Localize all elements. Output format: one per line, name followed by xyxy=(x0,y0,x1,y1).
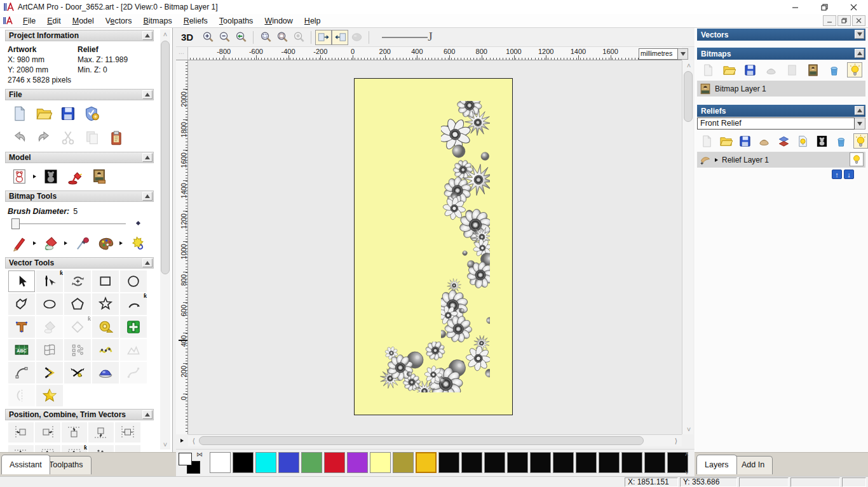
abc-block-icon[interactable]: ABC xyxy=(8,339,35,361)
transform-vectors-icon[interactable] xyxy=(64,270,91,292)
select-vectors-icon[interactable] xyxy=(8,270,35,292)
gold-star-icon[interactable] xyxy=(36,385,63,406)
open-icon[interactable] xyxy=(719,133,733,149)
align-right-icon[interactable] xyxy=(35,422,60,443)
collapse-button[interactable] xyxy=(142,31,153,40)
colour-swatch-15[interactable] xyxy=(553,452,574,473)
collapse-button[interactable] xyxy=(142,258,153,267)
primary-colour[interactable] xyxy=(179,453,192,465)
align-bottom-icon[interactable] xyxy=(88,422,114,443)
lighting-lamp-icon[interactable] xyxy=(64,167,86,186)
node-editing-icon[interactable]: ƙ xyxy=(36,270,63,292)
pan-corner-button[interactable] xyxy=(176,434,188,446)
trim-vectors-icon[interactable] xyxy=(64,362,91,384)
zoom-fit-icon[interactable] xyxy=(274,30,290,45)
undo-icon[interactable] xyxy=(9,128,31,147)
scroll-down-icon[interactable]: ˅ xyxy=(160,439,170,450)
curve-tool-icon[interactable] xyxy=(120,362,147,384)
health-cross-icon[interactable] xyxy=(120,316,147,338)
distort-grid-icon[interactable] xyxy=(36,339,63,361)
colour-picker-icon[interactable] xyxy=(71,234,93,253)
envelope-icon[interactable] xyxy=(120,339,147,361)
reliefs-header[interactable]: Reliefs xyxy=(697,105,865,117)
greyscale-teddy-icon[interactable] xyxy=(40,167,62,186)
show-vector-toggle-icon[interactable] xyxy=(332,30,348,45)
scroll-right-icon[interactable]: ⟩ xyxy=(672,437,681,446)
menu-file[interactable]: File xyxy=(17,15,41,27)
circle-tool-icon[interactable] xyxy=(120,270,147,292)
collapse-button[interactable] xyxy=(855,49,864,58)
colour-swatch-4[interactable] xyxy=(301,452,322,473)
flyout-arrow-icon[interactable] xyxy=(64,240,69,246)
notes-icon[interactable] xyxy=(105,128,127,147)
blank-page-icon[interactable] xyxy=(784,62,799,77)
relief-selector-dropdown[interactable]: Front Relief xyxy=(697,117,865,130)
paint-bucket-icon[interactable] xyxy=(40,234,62,253)
zoom-in-icon[interactable] xyxy=(200,30,216,45)
expand-button[interactable] xyxy=(855,30,864,39)
star-tool-icon[interactable] xyxy=(92,293,119,315)
extrude-dome-icon[interactable] xyxy=(92,362,119,384)
scrollbar-thumb[interactable] xyxy=(199,436,644,445)
shape-editor-icon[interactable]: ƙ xyxy=(64,316,91,338)
colour-swatch-3[interactable] xyxy=(278,452,299,473)
align-center-h-icon[interactable] xyxy=(115,422,140,443)
polygon-tool-icon[interactable] xyxy=(64,293,91,315)
colour-swatch-11[interactable] xyxy=(461,452,482,473)
greyscale-preview-icon[interactable] xyxy=(815,133,829,149)
show-bitmap-toggle-icon[interactable] xyxy=(315,30,332,45)
brush-diameter-slider[interactable] xyxy=(8,217,151,231)
close-button[interactable] xyxy=(839,0,868,14)
mdi-minimize-button[interactable] xyxy=(823,15,836,26)
menu-help[interactable]: Help xyxy=(299,15,327,27)
colour-swatch-0[interactable] xyxy=(210,452,231,473)
save-icon[interactable] xyxy=(742,62,757,77)
block-copy-icon[interactable] xyxy=(64,339,91,361)
zoom-previous-icon[interactable] xyxy=(233,30,249,45)
text-tool-icon[interactable] xyxy=(8,316,35,338)
mdi-restore-button[interactable] xyxy=(837,15,851,26)
fillet-tool-icon[interactable] xyxy=(8,362,35,384)
new-model-icon[interactable] xyxy=(9,104,31,123)
units-dropdown-button[interactable] xyxy=(678,48,688,60)
horizontal-scrollbar[interactable]: ⟨ ⟩ xyxy=(188,434,682,446)
save-model-icon[interactable] xyxy=(57,104,79,123)
delete-icon[interactable] xyxy=(834,133,848,149)
relief-layer-name[interactable]: Relief Layer 1 xyxy=(722,156,769,164)
preview-relief-icon[interactable] xyxy=(348,30,365,45)
maximize-button[interactable] xyxy=(810,0,839,14)
scroll-left-icon[interactable]: ⟨ xyxy=(189,437,198,446)
colour-swatch-19[interactable] xyxy=(644,452,665,473)
sculpt-icon[interactable] xyxy=(757,133,771,149)
expand-layer-icon[interactable] xyxy=(715,158,718,162)
zoom-out-icon[interactable] xyxy=(216,30,233,45)
move-layer-up-button[interactable]: ↑ xyxy=(832,170,842,179)
section-header-vector-tools[interactable]: Vector Tools xyxy=(5,257,154,269)
colour-swatch-5[interactable] xyxy=(324,452,345,473)
tab-add-in[interactable]: Add In xyxy=(733,456,773,474)
scroll-up-icon[interactable]: ˄ xyxy=(160,29,170,39)
texture-monalisa-icon[interactable] xyxy=(88,167,110,186)
section-header-model[interactable]: Model xyxy=(5,152,154,163)
tab-layers[interactable]: Layers xyxy=(696,455,737,474)
section-header-position-combine-trim[interactable]: Position, Combine, Trim Vectors xyxy=(5,409,154,420)
section-header-project-information[interactable]: Project Information xyxy=(5,30,154,41)
move-layer-down-button[interactable]: ↓ xyxy=(844,170,854,179)
scrollbar-thumb[interactable] xyxy=(684,71,693,122)
flyout-arrow-icon[interactable] xyxy=(119,240,124,246)
menu-reliefs[interactable]: Reliefs xyxy=(178,15,214,27)
ellipse-tool-icon[interactable] xyxy=(36,293,63,315)
palette-scroll-down-icon[interactable]: ˅ xyxy=(682,469,692,476)
colour-swatch-8[interactable] xyxy=(393,452,414,473)
page-bulb-icon[interactable] xyxy=(796,133,810,149)
slider-handle[interactable] xyxy=(11,218,20,229)
offset-tool-icon[interactable] xyxy=(36,362,63,384)
visibility-bulb-icon[interactable] xyxy=(853,133,868,149)
collapse-button[interactable] xyxy=(142,410,153,419)
mdi-close-button[interactable] xyxy=(852,15,865,26)
collapse-button[interactable] xyxy=(142,192,153,201)
sculpt-icon[interactable] xyxy=(763,62,778,77)
collapse-button[interactable] xyxy=(142,90,153,99)
colour-swatch-1[interactable] xyxy=(233,452,254,473)
colour-swatch-9[interactable] xyxy=(416,452,437,473)
